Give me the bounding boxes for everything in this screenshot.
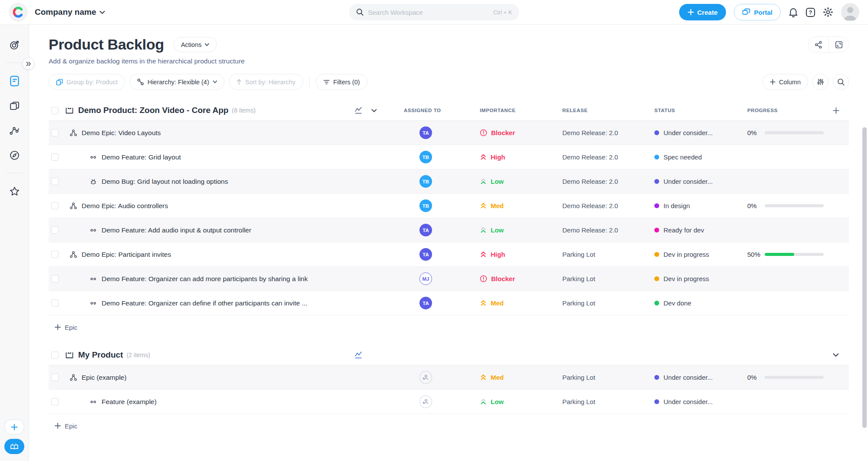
sidebar-item-discovery[interactable] <box>6 146 23 164</box>
group-by-pill[interactable]: Group by: Product <box>49 74 125 90</box>
table-row[interactable]: Demo Bug: Grid layout not loading option… <box>49 169 849 194</box>
importance-cell[interactable]: High <box>468 242 550 266</box>
importance-cell[interactable]: Low <box>468 218 550 242</box>
assignee-avatar[interactable] <box>419 371 432 384</box>
importance-cell[interactable]: Med <box>468 194 550 218</box>
column-header-progress[interactable]: PROGRESS <box>739 100 824 120</box>
share-button[interactable] <box>809 37 828 52</box>
status-cell[interactable]: Spec needed <box>642 145 739 169</box>
status-cell[interactable]: In design <box>642 194 739 218</box>
table-row[interactable]: Feature (example) Low Parking Lot <box>49 390 849 414</box>
sort-by-pill[interactable]: Sort by: Hierarchy <box>229 74 303 90</box>
table-search-button[interactable] <box>833 74 849 90</box>
app-logo[interactable] <box>9 3 28 22</box>
sidebar-item-favorites[interactable] <box>6 182 23 200</box>
row-checkbox[interactable] <box>51 178 59 185</box>
assignee-avatar[interactable]: TA <box>419 248 432 261</box>
table-row[interactable]: Demo Feature: Add audio input & output c… <box>49 218 849 242</box>
status-cell[interactable]: Under consider... <box>642 365 739 389</box>
view-settings-button[interactable] <box>812 74 828 90</box>
search-input[interactable] <box>368 9 489 16</box>
item-title[interactable]: Feature (example) <box>102 398 157 406</box>
portal-button[interactable]: Portal <box>734 4 781 20</box>
release-cell[interactable]: Demo Release: 2.0 <box>550 121 642 145</box>
assignee-avatar[interactable]: TA <box>419 224 432 236</box>
release-cell[interactable]: Demo Release: 2.0 <box>550 145 642 169</box>
notifications-button[interactable] <box>789 7 798 17</box>
group-checkbox[interactable] <box>51 107 59 114</box>
release-cell[interactable]: Parking Lot <box>550 267 642 291</box>
row-checkbox[interactable] <box>51 202 59 209</box>
assignee-avatar[interactable]: TB <box>419 151 432 163</box>
release-cell[interactable]: Demo Release: 2.0 <box>550 194 642 218</box>
column-header-release[interactable]: RELEASE <box>550 100 642 120</box>
row-checkbox[interactable] <box>51 398 59 405</box>
actions-button[interactable]: Actions <box>174 37 217 52</box>
table-row[interactable]: Demo Feature: Organizer can add more par… <box>49 267 849 291</box>
table-row[interactable]: Demo Feature: Organizer can define if ot… <box>49 291 849 315</box>
assignee-avatar[interactable]: TA <box>419 297 432 309</box>
add-column-button[interactable]: Column <box>762 74 808 90</box>
row-checkbox[interactable] <box>51 153 59 161</box>
column-header-assigned[interactable]: ASSIGNED TO <box>392 100 468 120</box>
item-title[interactable]: Demo Epic: Participant invites <box>82 251 171 259</box>
item-title[interactable]: Demo Feature: Grid layout <box>102 153 181 161</box>
add-epic-button[interactable]: Epic <box>49 315 849 339</box>
assignee-avatar[interactable] <box>419 395 432 408</box>
item-title[interactable]: Demo Epic: Video Layouts <box>82 129 161 137</box>
add-epic-button[interactable]: Epic <box>49 414 849 438</box>
row-checkbox[interactable] <box>51 374 59 381</box>
status-cell[interactable]: Dev in progress <box>642 267 739 291</box>
help-button[interactable]: ? <box>806 8 815 17</box>
item-title[interactable]: Demo Feature: Add audio input & output c… <box>102 226 251 234</box>
release-cell[interactable]: Parking Lot <box>550 291 642 315</box>
importance-cell[interactable]: Med <box>468 365 550 389</box>
collapse-group-chevron-icon[interactable] <box>833 353 839 357</box>
row-checkbox[interactable] <box>51 299 59 307</box>
importance-cell[interactable]: Med <box>468 291 550 315</box>
add-column-icon[interactable] <box>833 107 839 114</box>
importance-cell[interactable]: Blocker <box>468 121 550 145</box>
status-cell[interactable]: Dev in progress <box>642 242 739 266</box>
table-row[interactable]: Demo Epic: Audio controllers TB Med Demo… <box>49 194 849 218</box>
user-avatar[interactable] <box>841 3 859 21</box>
group-chart-icon[interactable] <box>355 351 363 359</box>
release-cell[interactable]: Parking Lot <box>550 242 642 266</box>
filters-pill[interactable]: Filters (0) <box>316 74 367 90</box>
status-cell[interactable]: Under consider... <box>642 390 739 414</box>
release-cell[interactable]: Demo Release: 2.0 <box>550 169 642 193</box>
assignee-avatar[interactable]: TB <box>419 175 432 188</box>
importance-cell[interactable]: Low <box>468 390 550 414</box>
workspace-switcher[interactable]: Company name <box>35 7 105 17</box>
vertical-scrollbar[interactable] <box>862 127 867 428</box>
assignee-avatar[interactable]: TB <box>419 199 432 212</box>
importance-cell[interactable]: Low <box>468 169 550 193</box>
table-row[interactable]: Demo Epic: Participant invites TA High P… <box>49 242 849 267</box>
release-cell[interactable]: Demo Release: 2.0 <box>550 218 642 242</box>
sidebar-item-dependencies[interactable] <box>6 122 23 139</box>
collapse-group-chevron-icon[interactable] <box>371 109 377 113</box>
item-title[interactable]: Demo Epic: Audio controllers <box>82 202 168 210</box>
release-cell[interactable]: Parking Lot <box>550 365 642 389</box>
assignee-avatar[interactable]: MJ <box>419 272 432 285</box>
item-title[interactable]: Epic (example) <box>82 374 126 381</box>
sidebar-item-goals[interactable] <box>6 36 23 53</box>
group-checkbox[interactable] <box>51 352 59 359</box>
row-checkbox[interactable] <box>51 275 59 282</box>
item-title[interactable]: Demo Feature: Organizer can define if ot… <box>102 299 307 307</box>
row-checkbox[interactable] <box>51 226 59 234</box>
sidebar-item-items[interactable] <box>6 97 23 114</box>
assignee-avatar[interactable]: TA <box>419 126 432 139</box>
release-cell[interactable]: Parking Lot <box>550 390 642 414</box>
create-button[interactable]: Create <box>679 4 726 20</box>
table-row[interactable]: Demo Epic: Video Layouts TA Blocker Demo… <box>49 121 849 145</box>
item-title[interactable]: Demo Bug: Grid layout not loading option… <box>102 178 228 186</box>
importance-cell[interactable]: High <box>468 145 550 169</box>
settings-button[interactable] <box>823 7 833 17</box>
row-checkbox[interactable] <box>51 251 59 258</box>
fullscreen-button[interactable] <box>828 37 848 52</box>
column-header-importance[interactable]: IMPORTANCE <box>468 100 550 120</box>
whats-new-button[interactable] <box>4 439 24 454</box>
workspace-search[interactable]: Ctrl + K <box>349 4 519 20</box>
sidebar-add-button[interactable] <box>4 419 24 434</box>
